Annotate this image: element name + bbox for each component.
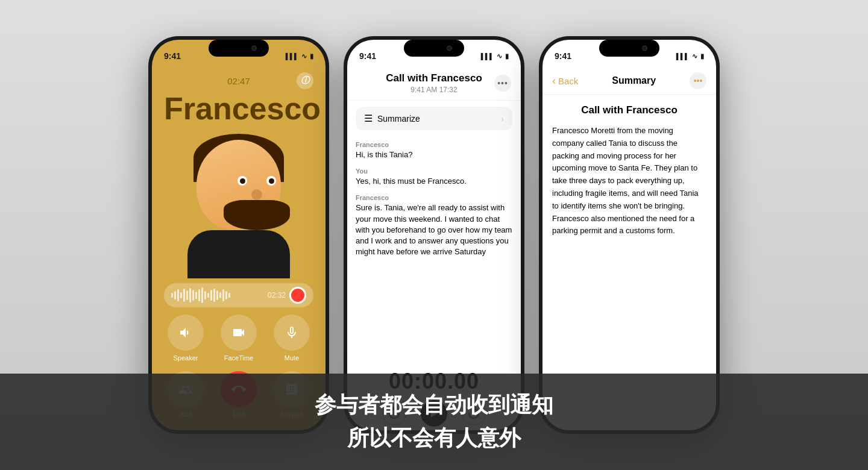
summarize-label: Summarize <box>377 114 420 124</box>
chevron-right-icon: › <box>501 114 504 124</box>
record-button[interactable] <box>289 287 306 304</box>
status-icons-2: ▌▌▌ ∿ ▮ <box>481 52 509 60</box>
wave-bar <box>174 291 176 299</box>
transcript-message-2: You Yes, hi, this must be Francesco. <box>356 168 512 187</box>
wave-bar <box>183 289 185 302</box>
wave-bar <box>195 292 197 299</box>
status-time-3: 9:41 <box>555 51 571 61</box>
wave-bar <box>204 291 206 299</box>
facetime-button[interactable]: FaceTime <box>217 315 260 362</box>
chevron-left-icon: ‹ <box>552 75 556 87</box>
back-button[interactable]: ‹ Back <box>552 75 578 87</box>
wave-bar <box>192 290 194 301</box>
summary-nav-title: Summary <box>612 75 656 86</box>
status-bar-2: 9:41 ▌▌▌ ∿ ▮ <box>347 40 521 66</box>
caller-name: Francesco <box>164 93 313 124</box>
status-bar-1: 9:41 ▌▌▌ ∿ ▮ <box>152 40 326 66</box>
wave-bar <box>177 289 179 301</box>
transcript-title: Call with Francesco <box>357 72 511 84</box>
call-timer: 02:47 <box>214 76 264 86</box>
memoji-eye-left <box>237 176 247 186</box>
transcript-content: Francesco Hi, is this Tania? You Yes, hi… <box>347 136 521 363</box>
memoji-figure <box>178 140 299 272</box>
wave-bar <box>228 293 230 298</box>
battery-icon-2: ▮ <box>505 52 509 60</box>
wifi-icon-1: ∿ <box>301 52 307 60</box>
summary-more-button[interactable]: ••• <box>690 72 706 89</box>
wave-time: 02:32 <box>268 291 286 299</box>
wifi-icon-2: ∿ <box>497 52 502 60</box>
mute-label: Mute <box>285 354 299 362</box>
transcript-speaker-3: Francesco <box>356 194 512 201</box>
summary-nav: ‹ Back Summary ••• <box>542 66 716 95</box>
wave-bar <box>201 287 203 303</box>
wave-bar <box>189 288 191 302</box>
wave-bar <box>210 290 212 301</box>
mute-icon <box>274 315 310 351</box>
status-icons-1: ▌▌▌ ∿ ▮ <box>286 52 313 60</box>
subtitle-line-1: 参与者都会自动收到通知 <box>315 391 553 419</box>
signal-icon-2: ▌▌▌ <box>481 53 494 60</box>
dynamic-island-3 <box>599 40 659 57</box>
phone-1-screen: 9:41 ▌▌▌ ∿ ▮ 02:47 ⓘ <box>152 40 326 430</box>
info-button[interactable]: ⓘ <box>297 72 313 89</box>
mute-button[interactable]: Mute <box>270 315 313 362</box>
more-options-button[interactable]: ••• <box>494 75 511 92</box>
transcript-speaker-2: You <box>356 168 512 175</box>
memoji-beard <box>224 200 290 230</box>
wave-lines <box>171 287 264 304</box>
memoji-eye-right <box>266 176 276 186</box>
phone-3-screen: 9:41 ▌▌▌ ∿ ▮ ‹ Back Summary <box>542 40 716 430</box>
dynamic-island-2 <box>404 40 464 57</box>
back-label: Back <box>558 76 578 86</box>
call-timer-row: 02:47 ⓘ <box>164 72 313 89</box>
speaker-label: Speaker <box>174 354 198 362</box>
memoji-head <box>197 140 281 230</box>
wave-bar <box>225 291 227 299</box>
transcript-speaker-1: Francesco <box>356 141 512 148</box>
status-icons-3: ▌▌▌ ∿ ▮ <box>676 52 704 60</box>
transcript-message-3: Francesco Sure is. Tania, we're all read… <box>356 194 512 257</box>
transcript-text-2: Yes, hi, this must be Francesco. <box>356 176 512 187</box>
camera-dot-2 <box>447 46 452 51</box>
waveform-bar: 02:32 <box>164 283 313 307</box>
call-buttons: Speaker FaceTime Mute <box>164 315 313 362</box>
transcript-text-3: Sure is. Tania, we're all ready to assis… <box>356 202 512 257</box>
transcript-header: Call with Francesco 9:41 AM 17:32 ••• <box>347 66 521 101</box>
subtitle-bar: 参与者都会自动收到通知 所以不会有人意外 <box>0 374 868 470</box>
wave-bar <box>219 292 221 298</box>
wave-bar <box>213 289 215 302</box>
summary-title: Call with Francesco <box>552 104 706 116</box>
speaker-button[interactable]: Speaker <box>164 315 207 362</box>
dynamic-island-1 <box>209 40 269 57</box>
status-time-1: 9:41 <box>164 51 181 61</box>
signal-icon-3: ▌▌▌ <box>676 53 689 60</box>
summarize-icon: ☰ <box>364 113 373 124</box>
summarize-button[interactable]: ☰ Summarize › <box>356 107 512 130</box>
facetime-icon <box>221 315 257 351</box>
wave-bar <box>180 292 182 298</box>
wave-bar <box>207 293 209 298</box>
transcript-subtitle: 9:41 AM 17:32 <box>357 86 511 94</box>
camera-dot-1 <box>251 46 257 51</box>
battery-icon-3: ▮ <box>700 52 704 60</box>
wifi-icon-3: ∿ <box>692 52 697 60</box>
memoji-area <box>164 129 313 283</box>
wave-bar <box>186 290 188 300</box>
memoji-body <box>187 230 290 278</box>
summary-text: Francesco Moretti from the moving compan… <box>552 125 706 237</box>
status-time-2: 9:41 <box>359 51 376 61</box>
memoji-nose <box>251 189 262 200</box>
phone-2-screen: 9:41 ▌▌▌ ∿ ▮ Call with Francesco 9:41 AM… <box>347 40 521 430</box>
battery-icon-1: ▮ <box>310 52 313 60</box>
speaker-icon <box>168 315 204 351</box>
wave-bar <box>198 289 200 301</box>
wave-bar <box>216 290 218 300</box>
summarize-left: ☰ Summarize <box>364 113 420 124</box>
wave-bar <box>222 289 224 301</box>
facetime-label: FaceTime <box>224 354 254 362</box>
status-bar-3: 9:41 ▌▌▌ ∿ ▮ <box>542 40 716 66</box>
transcript-text-1: Hi, is this Tania? <box>356 149 512 160</box>
subtitle-line-2: 所以不会有人意外 <box>347 424 521 453</box>
wave-bar <box>171 293 173 298</box>
